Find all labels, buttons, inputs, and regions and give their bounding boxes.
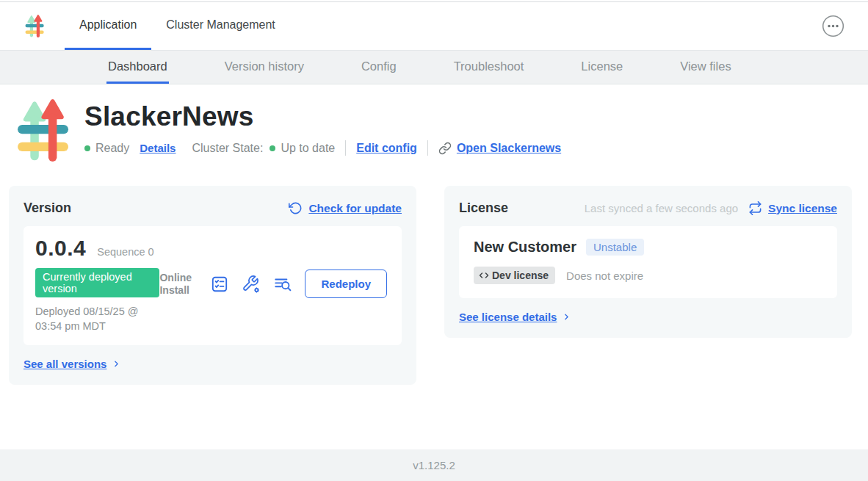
tab-license[interactable]: License [579,51,624,84]
open-app-link-group[interactable]: Open Slackernews [438,142,561,155]
last-synced-label: Last synced a few seconds ago [585,202,738,214]
tab-cluster-management[interactable]: Cluster Management [151,2,290,50]
divider [427,140,428,156]
license-type-label: Dev license [492,270,549,281]
app-logo-icon [15,98,75,165]
sync-license-link[interactable]: Sync license [768,202,837,215]
customer-name: New Customer [474,239,576,256]
cluster-state-value: Up to date [281,142,335,155]
tab-version-history[interactable]: Version history [223,51,305,84]
tab-troubleshoot-label: Troubleshoot [454,59,524,73]
config-wrench-icon[interactable] [242,275,261,294]
chevron-right-icon [112,359,121,369]
chevron-right-icon [562,312,571,322]
version-card-title: Version [23,200,71,216]
license-type-badge: Dev license [474,267,555,284]
topnav-right [822,2,868,50]
tab-version-history-label: Version history [225,59,304,73]
tab-application[interactable]: Application [65,2,151,50]
tab-config-label: Config [361,59,397,73]
topnav-tabs: Application Cluster Management [65,2,290,50]
page: Application Cluster Management Dashboard… [0,0,868,481]
footer: v1.125.2 [0,449,868,481]
check-update-group[interactable]: Check for update [289,201,402,215]
version-actions: Online Install [159,270,390,298]
tab-config[interactable]: Config [360,51,398,84]
tab-cluster-management-label: Cluster Management [166,18,275,32]
see-all-versions-group[interactable]: See all versions [23,358,402,370]
open-app-link[interactable]: Open Slackernews [457,142,561,155]
check-update-link[interactable]: Check for update [308,202,402,215]
app-status-label: Ready [95,142,129,155]
version-number: 0.0.4 [35,236,86,261]
main-content: SlackerNews Ready Details Cluster State:… [0,84,868,449]
see-license-details-link[interactable]: See license details [459,311,557,323]
dashboard-cards: Version Check for update 0.0.4 Sequence … [0,165,868,385]
edit-config-link[interactable]: Edit config [356,142,417,155]
tab-license-label: License [581,59,623,73]
app-subnav: Dashboard Version history Config Trouble… [0,51,868,84]
top-navbar: Application Cluster Management [0,2,868,51]
tab-view-files-label: View files [680,59,731,73]
tab-dashboard[interactable]: Dashboard [106,51,169,84]
refresh-icon [289,201,303,215]
view-logs-icon[interactable] [273,275,292,294]
deploy-info: Currently deployed version Deployed 08/1… [35,268,159,333]
ellipsis-icon [822,15,845,37]
app-header: SlackerNews Ready Details Cluster State:… [15,98,868,165]
brand-logo [24,2,46,50]
cluster-state-label: Cluster State: [192,142,263,155]
see-all-versions-link[interactable]: See all versions [23,358,106,370]
tab-application-label: Application [79,18,137,32]
slackernews-logo-icon [24,14,46,39]
page-title: SlackerNews [84,101,561,132]
preflight-checks-icon[interactable] [210,275,229,294]
license-details-box: New Customer Unstable Dev license Does n… [459,226,837,298]
tab-dashboard-label: Dashboard [108,59,167,73]
code-icon [479,271,489,280]
channel-badge: Unstable [586,239,644,256]
license-card-title: License [459,200,508,216]
install-type-label: Online Install [159,272,198,295]
app-status-dot [84,145,90,151]
sync-icon [748,201,762,215]
tab-troubleshoot[interactable]: Troubleshoot [452,51,526,84]
console-version: v1.125.2 [413,459,455,471]
tab-view-files[interactable]: View files [679,51,732,84]
divider [345,140,346,156]
deployed-badge: Currently deployed version [35,268,159,297]
see-license-details-group[interactable]: See license details [459,311,837,323]
details-link[interactable]: Details [140,142,176,154]
version-card: Version Check for update 0.0.4 Sequence … [9,186,416,385]
status-row: Ready Details Cluster State: Up to date … [84,140,561,156]
link-icon [438,142,452,155]
deployed-timestamp: Deployed 08/15/25 @ 03:54 pm MDT [35,305,159,333]
redeploy-button[interactable]: Redeploy [305,270,387,298]
license-expiry: Does not expire [566,270,643,282]
cluster-state-dot [270,145,275,151]
current-version-box: 0.0.4 Sequence 0 Currently deployed vers… [23,226,402,345]
overflow-menu-button[interactable] [822,15,845,37]
license-card: License Last synced a few seconds ago Sy… [444,186,852,338]
sequence-label: Sequence 0 [97,246,153,258]
